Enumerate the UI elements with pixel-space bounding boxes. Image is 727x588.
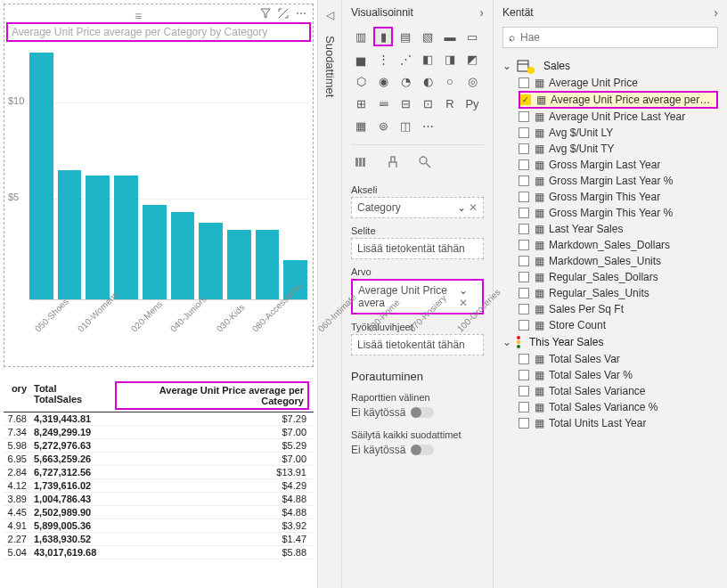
field-row[interactable]: ▦Average Unit Price xyxy=(519,75,718,91)
filters-collapsed-pane[interactable]: ◁ Suodattimet xyxy=(317,0,342,588)
viz-type-icon[interactable]: ◩ xyxy=(462,49,482,69)
viz-type-icon[interactable]: ▦ xyxy=(351,116,371,135)
focus-mode-icon[interactable] xyxy=(277,7,290,20)
viz-type-icon[interactable]: ⩸ xyxy=(373,94,393,113)
viz-type-icon[interactable]: ⋰ xyxy=(396,49,415,69)
field-checkbox[interactable] xyxy=(519,288,529,298)
collapse-viz-icon[interactable]: › xyxy=(479,5,484,20)
field-checkbox[interactable] xyxy=(519,111,529,122)
format-tab-icon[interactable] xyxy=(383,152,403,172)
field-checkbox[interactable] xyxy=(519,240,529,250)
viz-type-icon[interactable]: ◉ xyxy=(373,71,393,91)
viz-type-icon[interactable]: ◨ xyxy=(440,49,460,69)
viz-type-icon[interactable]: ⋮ xyxy=(373,49,393,69)
filter-icon[interactable] xyxy=(259,7,272,20)
viz-type-icon[interactable]: ▬ xyxy=(440,27,460,46)
table-row[interactable]: 7.684,319,443.81$7.29 xyxy=(4,412,314,426)
bar[interactable] xyxy=(29,53,53,299)
value-field-well[interactable]: Average Unit Price avera ⌄ ✕ xyxy=(351,279,484,314)
bar[interactable] xyxy=(86,176,110,300)
bar[interactable] xyxy=(199,223,223,299)
table-row[interactable]: 5.985,272,976.63$5.29 xyxy=(4,439,314,453)
collapse-fields-icon[interactable]: › xyxy=(714,5,718,20)
field-checkbox[interactable] xyxy=(519,143,529,154)
fields-tab-icon[interactable] xyxy=(351,152,371,172)
field-checkbox[interactable] xyxy=(519,127,529,138)
field-row[interactable]: ▦Last Year Sales xyxy=(519,221,718,237)
field-row[interactable]: ▦Markdown_Sales_Dollars xyxy=(519,237,718,253)
legend-field-well[interactable]: Lisää tietokentät tähän xyxy=(351,238,484,259)
axis-chevron-icon[interactable]: ⌄ xyxy=(457,201,466,214)
viz-type-icon[interactable]: ▮ xyxy=(373,27,393,46)
table-node-this-year-sales[interactable]: ⌄ This Year Sales xyxy=(502,336,718,348)
table-row[interactable]: 4.915,899,005.36$3.92 xyxy=(4,519,314,533)
field-checkbox[interactable] xyxy=(519,354,529,364)
field-row[interactable]: ▦Total Sales Variance xyxy=(519,383,718,399)
axis-remove-icon[interactable]: ✕ xyxy=(469,201,478,214)
field-checkbox[interactable] xyxy=(519,418,529,429)
viz-type-icon[interactable]: ◔ xyxy=(396,71,415,91)
field-row[interactable]: ▦Store Count xyxy=(519,317,718,333)
field-checkbox[interactable] xyxy=(519,272,529,282)
field-row[interactable]: ▦Gross Margin Last Year % xyxy=(519,173,718,189)
analytics-tab-icon[interactable] xyxy=(415,152,435,172)
table-row[interactable]: 7.348,249,299.19$7.00 xyxy=(4,426,314,439)
field-checkbox[interactable] xyxy=(519,176,529,186)
field-checkbox[interactable] xyxy=(519,78,529,88)
field-row[interactable]: ▦Gross Margin This Year % xyxy=(519,205,718,221)
table-node-sales[interactable]: ⌄ Sales xyxy=(502,60,718,72)
expand-filters-icon[interactable]: ◁ xyxy=(326,9,334,21)
col-header-2[interactable]: Average Unit Price average per Category xyxy=(115,381,309,410)
drag-grip-icon[interactable]: ≡ xyxy=(135,9,161,18)
field-row[interactable]: ▦Gross Margin This Year xyxy=(519,189,718,205)
viz-type-icon[interactable]: ▤ xyxy=(396,27,415,46)
viz-type-icon[interactable]: ⊡ xyxy=(418,94,437,113)
table-row[interactable]: 5.0443,017,619.68$5.88 xyxy=(4,546,314,559)
col-header-1b[interactable]: TotalSales xyxy=(34,394,111,404)
toggle-switch[interactable] xyxy=(411,445,434,455)
bar[interactable] xyxy=(256,230,280,299)
bar-chart-visual[interactable]: ≡ ⋯ Average Unit Price average per Categ… xyxy=(4,4,314,367)
viz-type-icon[interactable]: Py xyxy=(462,94,482,113)
viz-type-icon[interactable]: ▧ xyxy=(418,27,437,46)
field-checkbox[interactable] xyxy=(519,159,529,170)
viz-type-icon[interactable]: ⊞ xyxy=(351,94,371,113)
field-checkbox[interactable]: ✓ xyxy=(520,94,531,105)
viz-type-icon[interactable]: ⋯ xyxy=(418,116,437,135)
field-row[interactable]: ▦Sales Per Sq Ft xyxy=(519,301,718,317)
bar[interactable] xyxy=(114,176,138,300)
col-header-0[interactable]: ory xyxy=(4,381,30,410)
viz-type-icon[interactable]: ◧ xyxy=(418,49,437,69)
field-row[interactable]: ▦Total Units Last Year xyxy=(519,415,718,431)
field-checkbox[interactable] xyxy=(519,208,529,218)
viz-type-icon[interactable]: R xyxy=(440,94,460,113)
field-checkbox[interactable] xyxy=(519,402,529,412)
field-row[interactable]: ✓▦Average Unit Price average per Cate... xyxy=(519,91,718,109)
viz-type-icon[interactable]: ▥ xyxy=(351,27,371,46)
bar[interactable] xyxy=(171,212,195,299)
value-chevron-icon[interactable]: ⌄ xyxy=(459,284,468,297)
viz-type-icon[interactable]: ▅ xyxy=(351,49,371,69)
field-row[interactable]: ▦Regular_Sales_Dollars xyxy=(519,269,718,285)
viz-type-icon[interactable]: ⊚ xyxy=(373,116,393,135)
field-row[interactable]: ▦Total Sales Var % xyxy=(519,367,718,383)
table-row[interactable]: 2.271,638,930.52$1.47 xyxy=(4,533,314,546)
table-row[interactable]: 4.452,502,989.90$4.88 xyxy=(4,506,314,519)
more-options-icon[interactable]: ⋯ xyxy=(295,7,307,20)
field-checkbox[interactable] xyxy=(519,256,529,266)
viz-type-icon[interactable]: ○ xyxy=(440,71,460,91)
bar[interactable] xyxy=(58,170,82,299)
field-row[interactable]: ▦Regular_Sales_Units xyxy=(519,285,718,301)
table-row[interactable]: 3.891,004,786.43$4.88 xyxy=(4,493,314,506)
field-checkbox[interactable] xyxy=(519,386,529,396)
viz-type-icon[interactable]: ⊟ xyxy=(396,94,415,113)
axis-field-well[interactable]: Category ⌄ ✕ xyxy=(351,197,484,218)
toggle-switch[interactable] xyxy=(411,407,434,418)
field-checkbox[interactable] xyxy=(519,224,529,234)
field-row[interactable]: ▦Avg $/Unit LY xyxy=(519,125,718,141)
field-row[interactable]: ▦Markdown_Sales_Units xyxy=(519,253,718,269)
table-row[interactable]: 4.121,739,616.02$4.29 xyxy=(4,479,314,493)
value-remove-icon[interactable]: ✕ xyxy=(459,297,468,309)
field-checkbox[interactable] xyxy=(519,192,529,202)
field-row[interactable]: ▦Gross Margin Last Year xyxy=(519,157,718,173)
